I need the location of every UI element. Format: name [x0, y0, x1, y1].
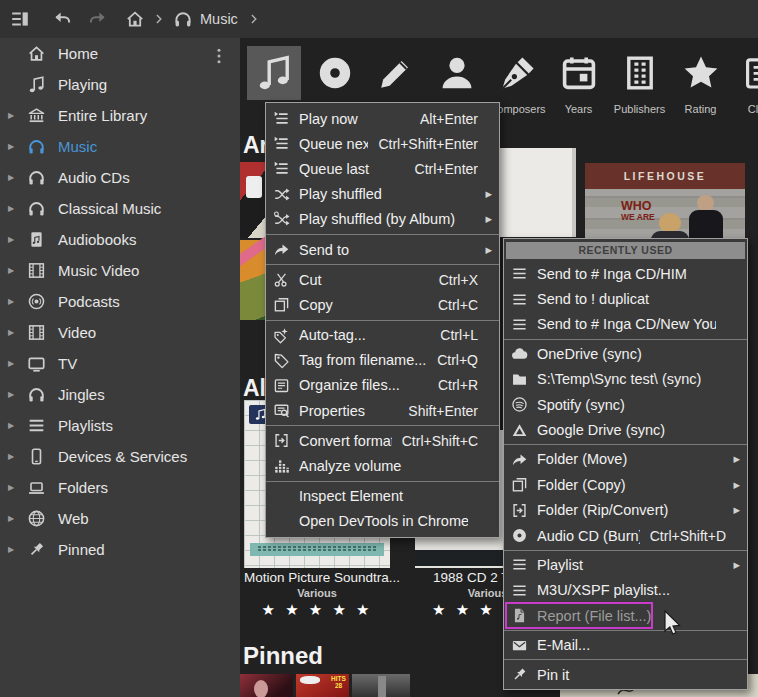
- pinned-thumbnail[interactable]: HITS 28: [296, 674, 349, 697]
- expand-chevron-icon[interactable]: ▶: [8, 142, 21, 151]
- sidebar-item-folders[interactable]: ▶Folders: [0, 472, 240, 503]
- menu-item-play-shuffled-by-album[interactable]: Play shuffled (by Album)▶: [266, 207, 499, 232]
- tab-classification[interactable]: Class: [731, 42, 758, 115]
- submenu-item-send-to-inga-cd-him[interactable]: Send to # Inga CD/HIM: [504, 261, 747, 286]
- menu-item-label: Send to: [299, 242, 468, 258]
- expand-chevron-icon[interactable]: ▶: [8, 421, 21, 430]
- sidebar-item-music[interactable]: ▶Music: [0, 131, 240, 162]
- submenu-item-report-file-list[interactable]: Report (File list...): [504, 603, 747, 628]
- submenu-item-email[interactable]: E-Mail...: [504, 632, 747, 657]
- cloud-icon: [511, 345, 528, 362]
- expand-chevron-icon[interactable]: ▶: [8, 483, 21, 492]
- sidebar-item-web[interactable]: ▶Web: [0, 503, 240, 534]
- sidebar-item-audiobooks[interactable]: ▶Audiobooks: [0, 224, 240, 255]
- expand-chevron-icon[interactable]: ▶: [8, 514, 21, 523]
- expand-chevron-icon[interactable]: ▶: [8, 359, 21, 368]
- expand-chevron-icon[interactable]: ▶: [8, 452, 21, 461]
- expand-chevron-icon[interactable]: ▶: [8, 111, 21, 120]
- folder-icon: [511, 371, 528, 388]
- submenu-item-onedrive-sync[interactable]: OneDrive (sync): [504, 341, 747, 366]
- submenu-item-m3u-xspf-playlist[interactable]: M3U/XSPF playlist...: [504, 578, 747, 603]
- expand-chevron-icon[interactable]: ▶: [8, 545, 21, 554]
- submenu-item-send-to-inga-cd-new-youtube[interactable]: Send to # Inga CD/New YouTube: [504, 312, 747, 337]
- menu-item-label: Open DevTools in Chrome: [299, 513, 468, 529]
- web-icon: [27, 509, 46, 528]
- tab-publishers[interactable]: Publishers: [609, 42, 670, 115]
- sidebar-item-video[interactable]: ▶Video: [0, 317, 240, 348]
- menu-item-play-now[interactable]: Play nowAlt+Enter: [266, 106, 499, 131]
- headphones-icon: [27, 199, 46, 218]
- album-title[interactable]: Motion Picture Soundtra...: [244, 570, 390, 585]
- submenu-arrow-icon: ▶: [731, 480, 740, 490]
- sidebar-item-music-video[interactable]: ▶Music Video: [0, 255, 240, 286]
- menu-item-inspect-element[interactable]: Inspect Element: [266, 484, 499, 509]
- sidebar-item-classical-music[interactable]: ▶Classical Music: [0, 193, 240, 224]
- breadcrumb-home-icon[interactable]: [125, 9, 145, 29]
- menu-item-cut[interactable]: CutCtrl+X: [266, 267, 499, 292]
- expand-chevron-icon[interactable]: ▶: [8, 173, 21, 182]
- breadcrumb-section[interactable]: Music: [200, 11, 238, 27]
- submenu-item-pin-it[interactable]: Pin it: [504, 662, 747, 687]
- menu-item-send-to[interactable]: Send to▶: [266, 237, 499, 262]
- menu-item-open-devtools[interactable]: Open DevTools in Chrome: [266, 509, 499, 534]
- tab-rating[interactable]: Rating: [670, 42, 731, 115]
- tab-years[interactable]: Years: [548, 42, 609, 115]
- submenu-item-sync-folder-path[interactable]: S:\Temp\Sync test\ (sync): [504, 367, 747, 392]
- forward-icon[interactable]: [88, 9, 108, 29]
- sidebar-toggle-icon[interactable]: [10, 9, 30, 29]
- menu-item-properties[interactable]: PropertiesShift+Enter: [266, 398, 499, 423]
- menu-item-copy[interactable]: CopyCtrl+C: [266, 292, 499, 317]
- menu-item-label: Send to ! duplicat: [537, 291, 716, 307]
- pen-icon: [498, 53, 538, 93]
- sidebar-item-home[interactable]: Home: [0, 38, 240, 69]
- sidebar-menu-kebab-icon[interactable]: [210, 46, 228, 66]
- pinned-thumbnail[interactable]: [240, 674, 293, 697]
- sidebar-item-pinned[interactable]: ▶Pinned: [0, 534, 240, 565]
- expand-chevron-icon[interactable]: ▶: [8, 266, 21, 275]
- menu-separator: [266, 425, 499, 426]
- expand-chevron-icon[interactable]: ▶: [8, 204, 21, 213]
- menu-separator: [266, 264, 499, 265]
- submenu-item-folder-rip-convert[interactable]: Folder (Rip/Convert)▶: [504, 498, 747, 523]
- menu-item-queue-last[interactable]: Queue lastCtrl+Enter: [266, 156, 499, 181]
- copy-icon: [273, 296, 290, 313]
- sidebar-item-entire-library[interactable]: ▶Entire Library: [0, 100, 240, 131]
- pinned-thumbnail[interactable]: [352, 674, 410, 697]
- breadcrumb-chevron-icon[interactable]: [248, 13, 260, 25]
- sidebar-item-jingles[interactable]: ▶Jingles: [0, 379, 240, 410]
- submenu-item-playlist[interactable]: Playlist▶: [504, 552, 747, 577]
- sidebar-item-playlists[interactable]: ▶Playlists: [0, 410, 240, 441]
- sidebar-item-devices-services[interactable]: ▶Devices & Services: [0, 441, 240, 472]
- menu-item-label: Convert format...: [299, 433, 392, 449]
- submenu-item-folder-copy[interactable]: Folder (Copy)▶: [504, 472, 747, 497]
- expand-chevron-icon[interactable]: ▶: [8, 390, 21, 399]
- sidebar-item-playing[interactable]: Playing: [0, 69, 240, 100]
- menu-item-tag-from-filename[interactable]: Tag from filename...Ctrl+Q: [266, 348, 499, 373]
- expand-chevron-icon[interactable]: ▶: [8, 235, 21, 244]
- album-artist[interactable]: Various: [244, 587, 390, 599]
- menu-item-organize-files[interactable]: Organize files...Ctrl+R: [266, 373, 499, 398]
- sidebar-item-podcasts[interactable]: ▶Podcasts: [0, 286, 240, 317]
- mouse-cursor: [664, 610, 686, 640]
- sidebar-item-tv[interactable]: ▶TV: [0, 348, 240, 379]
- submenu-item-folder-move[interactable]: Folder (Move)▶: [504, 447, 747, 472]
- menu-item-queue-next[interactable]: Queue nextCtrl+Shift+Enter: [266, 131, 499, 156]
- submenu-item-spotify-sync[interactable]: Spotify (sync): [504, 392, 747, 417]
- menu-item-analyze-volume[interactable]: Analyze volume: [266, 453, 499, 478]
- menu-item-auto-tag[interactable]: Auto-tag...Ctrl+L: [266, 323, 499, 348]
- menu-separator: [266, 320, 499, 321]
- expand-chevron-icon[interactable]: ▶: [8, 328, 21, 337]
- menu-item-label: Play shuffled: [299, 186, 468, 202]
- breadcrumb-music-icon[interactable]: [173, 9, 193, 29]
- menu-item-shortcut: Ctrl+Enter: [415, 161, 478, 177]
- menu-item-play-shuffled[interactable]: Play shuffled▶: [266, 182, 499, 207]
- submenu-item-send-to-duplicat[interactable]: Send to ! duplicat: [504, 286, 747, 311]
- menu-item-convert-format[interactable]: Convert format...Ctrl+Shift+C: [266, 428, 499, 453]
- submenu-item-google-drive-sync[interactable]: Google Drive (sync): [504, 417, 747, 442]
- submenu-item-audio-cd-burn[interactable]: Audio CD (Burn)...Ctrl+Shift+D: [504, 523, 747, 548]
- album-rating-stars[interactable]: ★ ★ ★ ★ ★: [244, 601, 390, 619]
- expand-chevron-icon[interactable]: ▶: [8, 297, 21, 306]
- submenu-arrow-icon: ▶: [731, 505, 740, 515]
- back-icon[interactable]: [52, 9, 72, 29]
- sidebar-item-audio-cds[interactable]: ▶Audio CDs: [0, 162, 240, 193]
